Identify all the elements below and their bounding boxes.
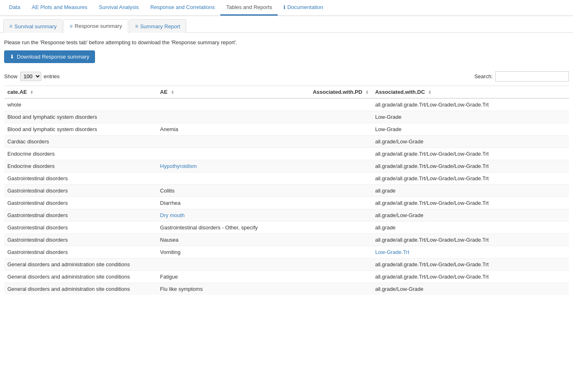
cell-assoc-dc: all.grade [372,185,569,197]
col-header-ae[interactable]: AE ⇕ [157,86,310,99]
nav-item-response[interactable]: Response and Correlations [145,0,221,16]
cell-assoc-pd [310,271,372,283]
table-row: Gastrointestinal disordersall.grade/all.… [4,172,569,185]
cell-ae: Nausea [157,234,310,246]
cell-ae: Diarrhea [157,197,310,209]
cell-cate-ae: Blood and lymphatic system disorders [4,123,157,136]
cell-assoc-pd [310,209,372,222]
data-table: cate.AE ⇕ AE ⇕ Associated.with.PD ⇕ Asso… [4,86,569,295]
nav-item-documentation[interactable]: ℹ Documentation [278,0,328,16]
cell-ae [157,258,310,271]
cell-cate-ae: Gastrointestinal disorders [4,209,157,222]
cell-assoc-pd [310,172,372,185]
cell-ae: Colitis [157,185,310,197]
cell-ae: Gastrointestinal disorders - Other, spec… [157,222,310,234]
cell-ae [157,136,310,148]
show-label: Show [4,73,18,79]
table-row: General disorders and administration sit… [4,258,569,271]
cell-cate-ae: Endocrine disorders [4,148,157,160]
main-content: Please run the 'Response tests tab' befo… [0,33,573,301]
info-icon: ℹ [283,4,285,10]
cell-ae: Fatigue [157,271,310,283]
sort-icon-cate: ⇕ [30,90,33,95]
cell-ae [157,148,310,160]
cell-assoc-dc: all.grade/all.grade.Trt/Low-Grade/Low-Gr… [372,234,569,246]
table-row: Gastrointestinal disordersDiarrheaall.gr… [4,197,569,209]
cell-assoc-pd [310,246,372,258]
nav-item-ae-plots[interactable]: AE Plots and Measures [26,0,93,16]
entries-label: entries [44,73,60,79]
cell-assoc-pd [310,98,372,111]
cell-ae[interactable]: Hypothyroidism [157,160,310,172]
cell-cate-ae: Blood and lymphatic system disorders [4,111,157,123]
cell-ae [157,98,310,111]
cell-assoc-pd [310,185,372,197]
search-input[interactable] [495,71,569,82]
table-row: Gastrointestinal disordersVomitingLow-Gr… [4,246,569,258]
table-row: Gastrointestinal disordersNauseaall.grad… [4,234,569,246]
cell-assoc-dc: all.grade/all.grade.Trt/Low-Grade/Low-Gr… [372,258,569,271]
cell-assoc-pd [310,136,372,148]
cell-ae: Anemia [157,123,310,136]
col-header-assoc-pd[interactable]: Associated.with.PD ⇕ [310,86,372,99]
table-header-row: cate.AE ⇕ AE ⇕ Associated.with.PD ⇕ Asso… [4,86,569,99]
tab-response-summary[interactable]: ≡ Response summary [63,19,128,33]
cell-cate-ae: whole [4,98,157,111]
cell-assoc-pd [310,258,372,271]
table-row: wholeall.grade/all.grade.Trt/Low-Grade/L… [4,98,569,111]
col-header-assoc-dc[interactable]: Associated.with.DC ⇕ [372,86,569,99]
table-row: Blood and lymphatic system disordersLow-… [4,111,569,123]
cell-assoc-dc: all.grade/all.grade.Trt/Low-Grade/Low-Gr… [372,197,569,209]
cell-ae [157,172,310,185]
table-row: Cardiac disordersall.grade/Low-Grade [4,136,569,148]
cell-assoc-pd [310,197,372,209]
col-header-cate-ae[interactable]: cate.AE ⇕ [4,86,157,99]
table-row: General disorders and administration sit… [4,283,569,295]
cell-assoc-dc: all.grade/all.grade.Trt/Low-Grade/Low-Gr… [372,271,569,283]
entries-select[interactable]: 10 25 50 100 [20,72,41,81]
cell-assoc-pd [310,111,372,123]
nav-item-survival[interactable]: Survival Analysis [93,0,145,16]
cell-assoc-pd [310,283,372,295]
cell-cate-ae: Endocrine disorders [4,160,157,172]
tab-icon-survival: ≡ [9,23,12,29]
download-icon: ⬇ [10,54,14,60]
cell-assoc-dc: all.grade/all.grade.Trt/Low-Grade/Low-Gr… [372,148,569,160]
cell-cate-ae: Gastrointestinal disorders [4,197,157,209]
cell-ae [157,111,310,123]
cell-assoc-pd [310,148,372,160]
cell-assoc-pd [310,160,372,172]
cell-assoc-dc: all.grade/all.grade.Trt/Low-Grade/Low-Gr… [372,98,569,111]
cell-ae[interactable]: Dry mouth [157,209,310,222]
download-response-summary-button[interactable]: ⬇ Download Response summary [4,50,95,63]
cell-assoc-dc[interactable]: Low-Grade.Trt [372,246,569,258]
tab-survival-summary[interactable]: ≡ Survival summary [3,19,63,33]
cell-cate-ae: Gastrointestinal disorders [4,222,157,234]
cell-assoc-dc: all.grade [372,222,569,234]
cell-assoc-dc: Low-Grade [372,123,569,136]
cell-ae: Flu like symptoms [157,283,310,295]
sort-icon-pd: ⇕ [365,90,369,95]
cell-cate-ae: Gastrointestinal disorders [4,185,157,197]
nav-item-data[interactable]: Data [3,0,26,16]
top-nav: Data AE Plots and Measures Survival Anal… [0,0,573,16]
cell-assoc-dc: all.grade/Low-Grade [372,209,569,222]
cell-cate-ae: Gastrointestinal disorders [4,234,157,246]
search-label: Search: [474,73,493,79]
cell-assoc-dc: all.grade/Low-Grade [372,136,569,148]
cell-assoc-pd [310,222,372,234]
nav-item-tables[interactable]: Tables and Reports [220,0,278,16]
table-row: Gastrointestinal disordersDry mouthall.g… [4,209,569,222]
tab-summary-report[interactable]: ≡ Summary Report [129,19,186,33]
cell-cate-ae: Gastrointestinal disorders [4,172,157,185]
tab-icon-summary: ≡ [135,23,138,29]
cell-assoc-dc: all.grade/all.grade.Trt/Low-Grade/Low-Gr… [372,172,569,185]
sort-icon-dc: ⇕ [428,90,431,95]
cell-cate-ae: General disorders and administration sit… [4,283,157,295]
cell-assoc-dc: all.grade/all.grade.Trt/Low-Grade/Low-Gr… [372,160,569,172]
cell-assoc-dc: all.grade/Low-Grade [372,283,569,295]
table-row: General disorders and administration sit… [4,271,569,283]
show-entries-control: Show 10 25 50 100 entries [4,72,60,81]
table-row: Endocrine disordersHypothyroidismall.gra… [4,160,569,172]
cell-assoc-dc: Low-Grade [372,111,569,123]
